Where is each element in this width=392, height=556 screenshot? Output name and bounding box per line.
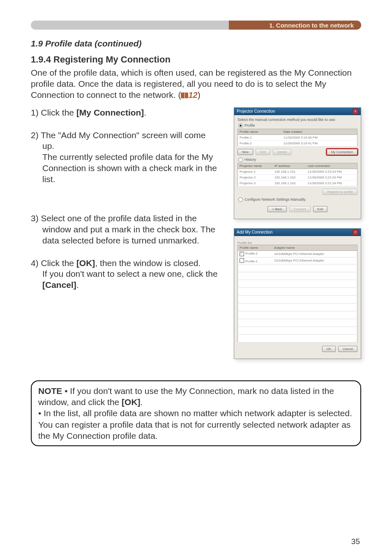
step4-c: , then the window is closed.	[95, 258, 201, 268]
edit-button[interactable]: Edit	[256, 149, 270, 155]
note-line1a: • If you don't want to use the My Connec…	[38, 386, 334, 407]
note-ok: [OK]	[122, 397, 141, 407]
radio-history-label: History	[244, 158, 256, 162]
cell: 192.168.1.101	[273, 169, 306, 174]
cell: Profile-1	[245, 259, 258, 263]
cell: 11/30/2009 3:19:41 PM	[282, 140, 357, 146]
ok-button[interactable]: OK	[322, 346, 336, 352]
step1-my-connection: [My Connection]	[76, 108, 144, 117]
table-row	[238, 327, 357, 334]
cell: 11/30/2009 3:22:24 PM	[306, 174, 357, 180]
table-row[interactable]: Profile-111/30/2009 3:19:46 PM	[238, 134, 357, 140]
cell: 11/30/2009 3:21:24 PM	[306, 180, 357, 186]
radio-icon	[238, 197, 243, 202]
dialog2-titlebar: Add My Connection x	[234, 229, 361, 236]
step4-a: 4) Click the	[31, 258, 76, 268]
step4-ok: [OK]	[76, 258, 95, 268]
note-line1c: .	[141, 397, 143, 407]
table-row[interactable]: Projector-2192.168.1.10211/30/2009 3:22:…	[238, 174, 357, 180]
note-line2: • In the list, all profile data are show…	[38, 408, 352, 440]
note-label: NOTE	[38, 386, 62, 396]
table-row	[238, 280, 357, 287]
table-row	[238, 287, 357, 295]
cell: Projector-1	[238, 169, 273, 174]
table-row[interactable]: Projector-1192.168.1.10111/30/2009 3:23:…	[238, 169, 357, 174]
radio-manual-label: Configure Network Settings Manually.	[244, 197, 306, 202]
cell: 192.168.1.102	[273, 174, 306, 180]
add-my-connection-dialog: Add My Connection x Profile list Profile…	[234, 228, 361, 359]
delete-button[interactable]: Delete	[273, 149, 291, 155]
step3-b: window and put a mark in the check box. …	[31, 224, 228, 246]
table-row	[238, 311, 357, 319]
profile-list-label: Profile list	[238, 241, 357, 245]
table-row	[238, 264, 357, 272]
checkbox-icon[interactable]	[240, 258, 244, 263]
connect-button[interactable]: Connect	[289, 206, 311, 212]
step3-a: 3) Select one of the profile data listed…	[31, 213, 197, 223]
table-row	[238, 272, 357, 280]
book-icon	[181, 93, 188, 98]
exit-button[interactable]: Exit	[313, 206, 327, 212]
dialog2-title-text: Add My Connection	[237, 230, 272, 234]
dialog1-prompt: Select the manual connection method you …	[238, 118, 357, 122]
step-4: 4) Click the [OK], then the window is cl…	[31, 258, 228, 291]
cell: Projector-3	[238, 180, 273, 186]
note-box: NOTE • If you don't want to use the My C…	[31, 380, 361, 446]
cancel-button[interactable]: Cancel	[338, 346, 357, 352]
step2-b: up.	[31, 141, 228, 152]
intro-paragraph: One of the profile data, which is often …	[31, 67, 361, 101]
cell: 11/30/2009 3:23:24 PM	[306, 169, 357, 174]
cell: Profile-2	[238, 140, 282, 146]
dialog1-titlebar: Projector Connection x	[234, 108, 361, 115]
table-row[interactable]: Projector-3192.168.1.10311/30/2009 3:21:…	[238, 180, 357, 186]
profile-th-name: Profile name	[238, 129, 282, 134]
close-icon[interactable]: x	[353, 109, 358, 114]
my-connection-button[interactable]: My Connection	[327, 149, 357, 155]
step-1: 1) Click the [My Connection].	[31, 107, 228, 118]
section-header-bar: 1. Connection to the network	[31, 21, 361, 30]
section-header-text: 1. Connection to the network	[269, 22, 354, 29]
back-button[interactable]: < Back	[267, 206, 287, 212]
table-row	[238, 334, 357, 342]
cell: 10/100Mbps PCI Ethernet Adapter	[272, 257, 357, 264]
step-3: 3) Select one of the profile data listed…	[31, 213, 228, 246]
history-th-last: Last connected	[306, 163, 357, 169]
cell: Profile-1	[238, 134, 282, 140]
section-title: 1.9 Profile data (continued)	[31, 39, 361, 49]
history-table: Projector nameIP addressLast connected P…	[238, 163, 357, 186]
radio-profile[interactable]: Profile	[238, 123, 357, 128]
cell: Projector-2	[238, 174, 273, 180]
table-row	[238, 295, 357, 303]
cell: 10/100Mbps PCI Ethernet Adapter	[272, 250, 357, 257]
radio-manual[interactable]: Configure Network Settings Manually.	[238, 197, 357, 202]
step2-c: The currently selected profile data for …	[31, 152, 228, 185]
profile-table: Profile nameDate created Profile-111/30/…	[238, 129, 357, 146]
step4-d: If you don't want to select a new one, c…	[42, 269, 218, 278]
intro-text-b: )	[198, 90, 201, 100]
table-row[interactable]: Profile-110/100Mbps PCI Ethernet Adapter	[238, 257, 357, 264]
step2-a: 2) The "Add My Connection" screen will c…	[31, 130, 205, 140]
profile-th-date: Date created	[282, 129, 357, 134]
addconn-th-adapter: Adapter name	[272, 245, 357, 250]
new-button[interactable]: New	[238, 149, 253, 155]
step1-a: 1) Click the	[31, 108, 76, 117]
register-to-profile-button[interactable]: Register to profile	[323, 189, 357, 195]
step1-c: .	[144, 108, 146, 117]
subsection-title: 1.9.4 Registering My Connection	[31, 54, 361, 65]
table-row[interactable]: Profile-210/100Mbps PCI Ethernet Adapter	[238, 250, 357, 257]
radio-icon	[238, 123, 243, 128]
add-connection-table: Profile nameAdapter name Profile-210/100…	[238, 245, 357, 343]
table-row[interactable]: Profile-211/30/2009 3:19:41 PM	[238, 140, 357, 146]
radio-history[interactable]: History	[238, 158, 357, 162]
step4-cancel: [Cancel]	[42, 280, 76, 290]
history-th-ip: IP address	[273, 163, 306, 169]
projector-connection-dialog: Projector Connection x Select the manual…	[234, 107, 361, 219]
page-number: 35	[351, 537, 360, 546]
checkbox-icon[interactable]	[240, 252, 244, 256]
table-row	[238, 303, 357, 311]
history-th-name: Projector name	[238, 163, 273, 169]
intro-ref: 12	[188, 90, 197, 100]
table-row	[238, 319, 357, 327]
radio-icon	[238, 158, 243, 162]
close-icon[interactable]: x	[353, 229, 358, 235]
